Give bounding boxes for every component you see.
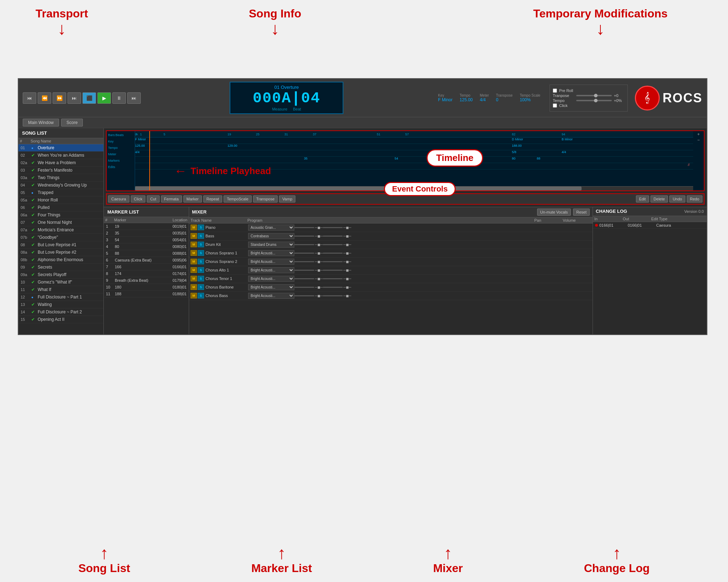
marker-item[interactable]: 1190019|01 xyxy=(104,223,189,230)
transpose-slider[interactable] xyxy=(576,95,612,96)
solo-button[interactable]: S xyxy=(198,233,204,239)
song-item[interactable]: 08b ✔ Alphonso the Enormous xyxy=(18,256,103,264)
program-select[interactable]: Standard Drums xyxy=(248,242,294,248)
pause-button[interactable]: ⏸ xyxy=(112,92,126,104)
program-select[interactable]: Contrabass xyxy=(248,233,294,239)
zoom-out-button[interactable]: − xyxy=(697,138,700,142)
vamp-button[interactable]: Vamp xyxy=(279,195,295,203)
pan-fader[interactable]: ─◼─ xyxy=(294,294,323,298)
pan-fader[interactable]: ─◼─ xyxy=(294,260,323,264)
mute-button[interactable]: M xyxy=(191,242,197,247)
vol-fader[interactable]: ─◼─ xyxy=(323,285,351,289)
song-item[interactable]: 02 ✔ When You're an Addams xyxy=(18,152,103,159)
song-item[interactable]: 08 ✔ But Love Reprise #1 xyxy=(18,241,103,249)
cut-button[interactable]: Cut xyxy=(147,195,159,203)
marker-item[interactable]: 101800180|01 xyxy=(104,284,189,291)
solo-button[interactable]: S xyxy=(198,276,204,281)
vol-fader[interactable]: ─◼─ xyxy=(323,251,351,255)
song-item[interactable]: 14 ✔ Full Disclosure ~ Part 2 xyxy=(18,308,103,316)
tempo-slider[interactable] xyxy=(576,100,612,101)
song-item[interactable]: 03a ✔ Two Things xyxy=(18,174,103,182)
mute-button[interactable]: M xyxy=(191,276,197,281)
solo-button[interactable]: S xyxy=(198,267,204,273)
song-item[interactable]: 07b ✔ "Goodbye" xyxy=(18,234,103,241)
program-select[interactable]: Bright Acousti... xyxy=(248,284,294,290)
vol-fader[interactable]: ─◼─ xyxy=(323,234,351,238)
solo-button[interactable]: S xyxy=(198,259,204,264)
fast-forward-button[interactable]: ⏩ xyxy=(53,92,66,104)
rewind-button[interactable]: ⏪ xyxy=(38,92,51,104)
marker-item[interactable]: 5880088|01 xyxy=(104,250,189,257)
marker-item[interactable]: 9Breath (Extra Beat)0179|04 xyxy=(104,277,189,284)
solo-button[interactable]: S xyxy=(198,293,204,298)
edit-button[interactable]: Edit xyxy=(636,195,649,203)
play-button[interactable]: ▶ xyxy=(97,92,111,104)
marker-item[interactable]: 111880188|01 xyxy=(104,291,189,297)
fast-forward-end-button[interactable]: ⏭ xyxy=(68,92,81,104)
solo-button[interactable]: S xyxy=(198,284,204,290)
song-item[interactable]: 08a ✔ But Love Reprise #2 xyxy=(18,249,103,256)
click-button[interactable]: Click xyxy=(131,195,146,203)
marker-item[interactable]: 6Caesura (Extra Beat)0095|06 xyxy=(104,257,189,264)
click-checkbox[interactable] xyxy=(553,103,557,108)
marker-item[interactable]: 2350035|01 xyxy=(104,230,189,237)
song-list-body[interactable]: 01 ● Overture 02 ✔ When You're an Addams… xyxy=(18,144,103,334)
mixer-track-item[interactable]: MS Chorus Baritone Bright Acousti... ─◼─… xyxy=(189,283,593,292)
song-item[interactable]: 06 ✔ Pulled xyxy=(18,204,103,211)
vol-fader[interactable]: ─◼─ xyxy=(323,268,351,272)
vol-fader[interactable]: ─◼─ xyxy=(323,260,351,264)
song-item[interactable]: 03 ✔ Fester's Manifesto xyxy=(18,167,103,174)
solo-button[interactable]: S xyxy=(198,242,204,247)
caesura-button[interactable]: Caesura xyxy=(108,195,129,203)
mixer-track-item[interactable]: MS Piano Acoustic Gran... ─◼─ ─◼─ xyxy=(189,223,593,232)
pan-fader[interactable]: ─◼─ xyxy=(294,277,323,281)
song-item[interactable]: 11 ✔ What If xyxy=(18,286,103,293)
pan-fader[interactable]: ─◼─ xyxy=(294,243,323,247)
program-select[interactable]: Bright Acousti... xyxy=(248,259,294,265)
mixer-track-item[interactable]: MS Chorus Alto 1 Bright Acousti... ─◼─ ─… xyxy=(189,266,593,275)
marker-button[interactable]: Marker xyxy=(183,195,202,203)
mixer-track-item[interactable]: MS Bass Contrabass ─◼─ ─◼─ xyxy=(189,232,593,241)
marker-item[interactable]: 71660166|01 xyxy=(104,264,189,270)
redo-button[interactable]: Redo xyxy=(687,195,702,203)
mixer-track-item[interactable]: MS Chorus Bass Bright Acousti... ─◼─ ─◼─ xyxy=(189,292,593,300)
score-button[interactable]: Score xyxy=(61,119,83,126)
marker-list-body[interactable]: 1190019|01 2350035|01 3540054|01 4800080… xyxy=(104,223,189,335)
song-item[interactable]: 13 ✔ Waiting xyxy=(18,301,103,308)
mixer-reset-button[interactable]: Reset xyxy=(573,209,590,216)
solo-button[interactable]: S xyxy=(198,225,204,230)
mixer-track-item[interactable]: MS Chorus Soprano 1 Bright Acousti... ─◼… xyxy=(189,249,593,258)
program-select[interactable]: Bright Acousti... xyxy=(248,267,294,273)
delete-button[interactable]: Delete xyxy=(651,195,668,203)
song-item[interactable]: 05a ✔ Honor Roll xyxy=(18,196,103,204)
rewind-start-button[interactable]: ⏮ xyxy=(23,92,36,104)
mute-button[interactable]: M xyxy=(191,250,197,256)
program-select[interactable]: Bright Acousti... xyxy=(248,276,294,282)
vol-fader[interactable]: ─◼─ xyxy=(323,294,351,298)
mixer-track-item[interactable]: MS Drum Kit Standard Drums ─◼─ ─◼─ xyxy=(189,241,593,249)
zoom-in-button[interactable]: + xyxy=(697,132,700,137)
repeat-button[interactable]: Repeat xyxy=(203,195,222,203)
program-select[interactable]: Bright Acousti... xyxy=(248,293,294,299)
fermata-button[interactable]: Fermata xyxy=(161,195,182,203)
mute-button[interactable]: M xyxy=(191,284,197,290)
pre-roll-checkbox[interactable] xyxy=(553,88,557,93)
vol-fader[interactable]: ─◼─ xyxy=(323,243,351,247)
song-item[interactable]: 10 ✔ Gomez's "What If" xyxy=(18,279,103,286)
song-item[interactable]: 07 ✔ One Normal Night xyxy=(18,219,103,226)
pan-fader[interactable]: ─◼─ xyxy=(294,226,323,230)
stop-button[interactable]: ⬛ xyxy=(82,92,96,104)
song-item[interactable]: 09a ✔ Secrets Playoff xyxy=(18,271,103,279)
undo-button[interactable]: Undo xyxy=(669,195,685,203)
end-button[interactable]: ⏭ xyxy=(127,92,141,104)
mixer-track-item[interactable]: MS Chorus Soprano 2 Bright Acousti... ─◼… xyxy=(189,258,593,266)
pan-fader[interactable]: ─◼─ xyxy=(294,285,323,289)
pan-fader[interactable]: ─◼─ xyxy=(294,234,323,238)
unmute-vocals-button[interactable]: Un-mute Vocals xyxy=(537,209,571,216)
vol-fader[interactable]: ─◼─ xyxy=(323,277,351,281)
marker-item[interactable]: 3540054|01 xyxy=(104,237,189,243)
mute-button[interactable]: M xyxy=(191,293,197,298)
transpose-button[interactable]: Transpose xyxy=(253,195,278,203)
mute-button[interactable]: M xyxy=(191,233,197,239)
mute-button[interactable]: M xyxy=(191,225,197,230)
